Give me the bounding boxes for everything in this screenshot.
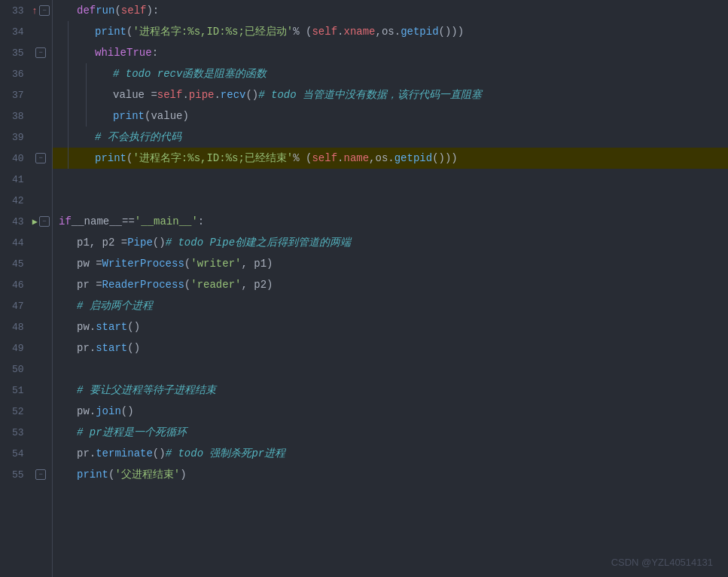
code-token: def [77, 5, 96, 17]
code-token: # 不会执行的代码 [95, 130, 181, 144]
line-gutter: 33↑−3435−3637383940−414243▶−444546474849… [0, 0, 53, 577]
code-line [53, 190, 728, 211]
gutter-row: 47 [0, 295, 52, 316]
code-token: getpid [401, 26, 438, 38]
gutter-row: 42 [0, 190, 52, 211]
indent-guide [68, 42, 69, 63]
code-token: , p1) [241, 258, 273, 270]
code-token: ( [145, 110, 151, 122]
line-number: 47 [0, 301, 29, 312]
fold-icon[interactable]: − [35, 153, 46, 163]
code-line: # 启动两个进程 [53, 295, 728, 316]
fold-icon[interactable]: − [35, 469, 46, 480]
code-area: def run(self):print('进程名字:%s,ID:%s;已经启动'… [53, 0, 728, 577]
line-number: 36 [0, 69, 29, 80]
code-token: # 启动两个进程 [77, 299, 153, 313]
code-token: '进程名字:%s,ID:%s;已经启动' [133, 25, 293, 38]
up-arrow-icon[interactable]: ↑ [32, 5, 38, 17]
code-token: # pr进程是一个死循环 [77, 426, 187, 439]
code-token: == [122, 215, 135, 227]
gutter-row: 40− [0, 148, 52, 169]
gutter-row: 39 [0, 127, 52, 148]
indent-guide [86, 84, 87, 105]
code-token: pipe [189, 89, 215, 101]
code-token: 'reader' [190, 279, 241, 291]
gutter-row: 53 [0, 422, 52, 443]
line-number: 45 [0, 258, 29, 270]
code-token: getpid [394, 152, 432, 164]
gutter-row: 50 [0, 359, 52, 380]
code-token: ): [146, 5, 159, 17]
code-token: # todo 强制杀死pr进程 [166, 447, 286, 460]
gutter-row: 41 [0, 169, 52, 190]
code-token: ( [114, 5, 120, 17]
code-token: terminate [96, 447, 153, 459]
code-token: ( [126, 26, 133, 38]
code-line: value = self.pipe.recv() # todo 当管道中没有数据… [53, 84, 728, 105]
fold-icon[interactable]: − [35, 47, 46, 58]
code-token: # todo Pipe创建之后得到管道的两端 [166, 236, 351, 249]
code-line: def run(self): [53, 0, 728, 21]
gutter-row: 52 [0, 401, 52, 422]
code-token: % ( [293, 26, 312, 38]
indent-guide [68, 127, 69, 148]
code-line: while True: [53, 42, 728, 63]
code-line [53, 169, 728, 190]
code-token: ) [180, 469, 186, 481]
code-token: True [126, 47, 152, 59]
code-token: . [90, 405, 96, 417]
code-token: # todo 当管道中没有数据，该行代码一直阻塞 [258, 88, 482, 102]
code-token: ( [184, 258, 190, 270]
code-token: % ( [293, 152, 312, 164]
code-token: . [388, 152, 394, 164]
code-token: print [95, 26, 126, 38]
line-number: 37 [0, 90, 29, 101]
line-number: 43 [0, 216, 29, 227]
code-token: () [153, 237, 166, 249]
line-number: 44 [0, 237, 29, 249]
code-token: () [127, 321, 140, 333]
code-token: () [127, 342, 140, 354]
line-number: 42 [0, 195, 29, 206]
line-number: 46 [0, 279, 29, 291]
line-controls: ▶− [29, 216, 52, 227]
code-token: os [376, 152, 388, 164]
code-token: print [113, 110, 145, 122]
line-number: 41 [0, 174, 29, 185]
code-token: () [121, 405, 134, 417]
code-line: print('父进程结束') [53, 464, 728, 485]
code-token: pw [77, 405, 90, 417]
run-icon[interactable]: ▶ [32, 216, 38, 227]
code-token: 'writer' [190, 258, 241, 270]
gutter-row: 49 [0, 337, 52, 359]
line-number: 51 [0, 385, 29, 396]
line-number: 52 [0, 406, 29, 417]
gutter-row: 37 [0, 84, 52, 105]
gutter-row: 33↑− [0, 0, 52, 21]
line-number: 38 [0, 111, 29, 122]
code-token: WriterProcess [102, 258, 184, 270]
fold-icon[interactable]: − [39, 5, 50, 16]
fold-icon[interactable]: − [39, 216, 50, 227]
line-number: 49 [0, 343, 29, 354]
line-number: 55 [0, 469, 29, 481]
code-token: p1, p2 = [77, 237, 127, 249]
code-line: pw.join() [53, 401, 728, 422]
code-token: self [312, 26, 337, 38]
gutter-row: 46 [0, 274, 52, 295]
code-token: ( [184, 279, 190, 291]
code-line: pr.terminate() # todo 强制杀死pr进程 [53, 443, 728, 464]
line-controls: − [29, 153, 52, 163]
code-token: name [343, 152, 369, 164]
code-token: () [245, 89, 258, 101]
line-number: 40 [0, 153, 29, 164]
code-token: '父进程结束' [114, 468, 180, 481]
line-number: 33 [0, 5, 29, 17]
gutter-row: 45 [0, 253, 52, 274]
code-token: ReaderProcess [102, 279, 184, 291]
gutter-row: 34 [0, 21, 52, 42]
code-line [53, 359, 728, 380]
code-line: pw.start() [53, 316, 728, 337]
code-token: while [95, 47, 126, 59]
code-token: ( [108, 469, 114, 481]
